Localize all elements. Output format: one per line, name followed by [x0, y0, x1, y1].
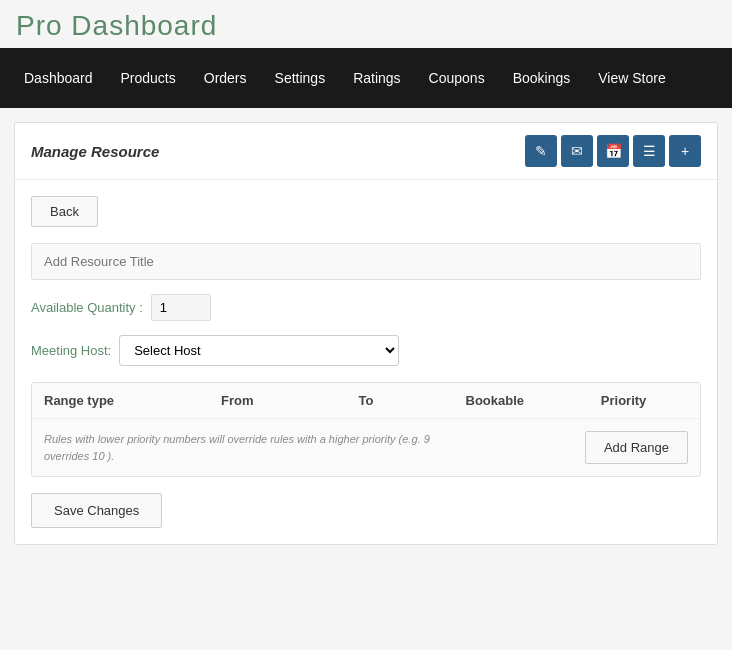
nav-ratings[interactable]: Ratings — [339, 48, 414, 108]
manage-title: Manage Resource — [31, 143, 159, 160]
email-icon-button[interactable]: ✉ — [561, 135, 593, 167]
header-icon-buttons: ✎ ✉ 📅 ☰ + — [525, 135, 701, 167]
nav-bookings[interactable]: Bookings — [499, 48, 585, 108]
nav-products[interactable]: Products — [107, 48, 190, 108]
quantity-input[interactable] — [151, 294, 211, 321]
col-priority: Priority — [559, 393, 688, 408]
add-range-button[interactable]: Add Range — [585, 431, 688, 464]
calendar-icon-button[interactable]: 📅 — [597, 135, 629, 167]
add-icon-button[interactable]: + — [669, 135, 701, 167]
col-range-type: Range type — [44, 393, 173, 408]
nav-coupons[interactable]: Coupons — [415, 48, 499, 108]
range-note: Rules with lower priority numbers will o… — [44, 431, 464, 464]
quantity-label: Available Quantity : — [31, 300, 143, 315]
site-title: Pro Dashboard — [0, 0, 732, 48]
edit-icon-button[interactable]: ✎ — [525, 135, 557, 167]
nav-dashboard[interactable]: Dashboard — [10, 48, 107, 108]
main-container: Manage Resource ✎ ✉ 📅 ☰ + Back Available… — [14, 122, 718, 545]
range-area: Range type From To Bookable Priority Rul… — [31, 382, 701, 477]
col-bookable: Bookable — [430, 393, 559, 408]
host-row: Meeting Host: Select Host — [31, 335, 701, 366]
col-to: To — [302, 393, 431, 408]
save-changes-button[interactable]: Save Changes — [31, 493, 162, 528]
host-label: Meeting Host: — [31, 343, 111, 358]
main-nav: Dashboard Products Orders Settings Ratin… — [0, 48, 732, 108]
back-button[interactable]: Back — [31, 196, 98, 227]
range-table-header: Range type From To Bookable Priority — [32, 383, 700, 419]
list-icon-button[interactable]: ☰ — [633, 135, 665, 167]
col-from: From — [173, 393, 302, 408]
manage-resource-header: Manage Resource ✎ ✉ 📅 ☰ + — [15, 123, 717, 180]
range-body: Rules with lower priority numbers will o… — [32, 419, 700, 476]
quantity-row: Available Quantity : — [31, 294, 701, 321]
nav-orders[interactable]: Orders — [190, 48, 261, 108]
resource-title-input[interactable] — [31, 243, 701, 280]
nav-settings[interactable]: Settings — [261, 48, 340, 108]
content-area: Back Available Quantity : Meeting Host: … — [15, 180, 717, 544]
host-select[interactable]: Select Host — [119, 335, 399, 366]
nav-view-store[interactable]: View Store — [584, 48, 679, 108]
